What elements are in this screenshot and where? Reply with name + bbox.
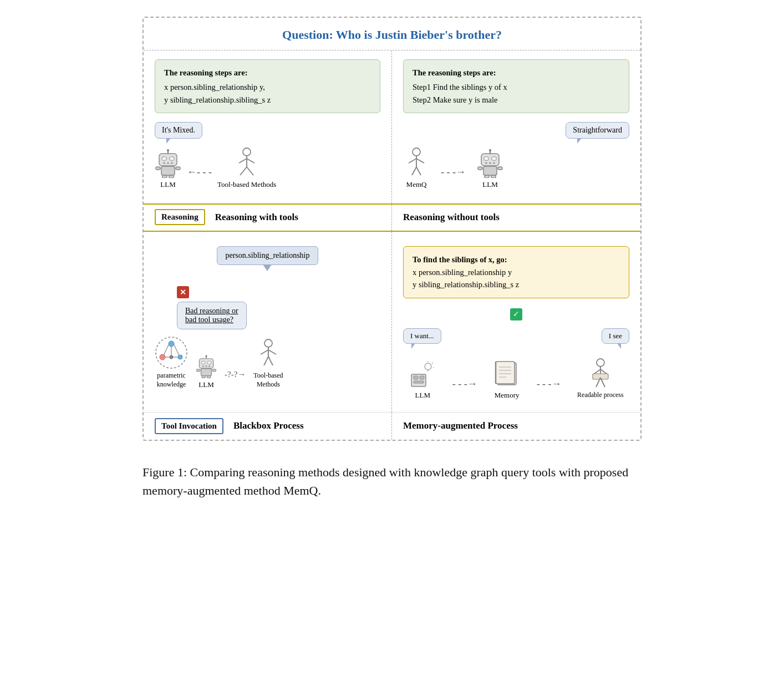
check-badge-wrapper: ✓ [403, 308, 629, 320]
top-grid: The reasoning steps are: x person.siblin… [144, 50, 640, 203]
arrow-memory-reader: ‐ ‐ ‐→ [537, 378, 562, 400]
memory-box-steps: x person.sibling_relationship yy sibling… [413, 268, 519, 289]
question-header: Question: Who is Justin Bieber's brother… [144, 18, 640, 50]
svg-point-31 [489, 162, 491, 164]
svg-line-22 [416, 159, 424, 163]
svg-point-40 [160, 354, 165, 360]
bottom-label-right: Memory-augmented Process [392, 413, 640, 440]
svg-point-54 [206, 365, 207, 367]
svg-point-39 [169, 341, 174, 347]
svg-point-53 [202, 365, 203, 367]
robot-icon-left [155, 149, 181, 178]
bottom-grid: person.sibling_relationship ✕ Bad reason… [144, 231, 640, 411]
svg-rect-59 [202, 375, 205, 378]
llm-cube-icon [409, 361, 436, 389]
svg-rect-12 [169, 175, 174, 178]
param-label: parametricknowledge [155, 372, 188, 389]
robot-icon-right [477, 149, 503, 178]
top-left-icon-row: LLM ←‐ ‐ ‐ [155, 147, 380, 189]
x-badge: ✕ [177, 286, 189, 298]
svg-line-18 [247, 167, 253, 175]
svg-line-21 [409, 159, 416, 163]
main-diagram: Question: Who is Justin Bieber's brother… [142, 17, 642, 441]
svg-rect-57 [197, 369, 200, 371]
top-right-llm: LLM [477, 149, 503, 189]
svg-rect-3 [162, 157, 166, 160]
svg-line-70 [432, 363, 433, 364]
blackbox-title: Blackbox Process [233, 420, 304, 431]
memory-augmented-title: Memory-augmented Process [403, 420, 518, 431]
top-right-reasoning-steps: Step1 Find the siblings y of xStep2 Make… [413, 83, 507, 104]
top-left-reasoning-steps: x person.sibling_relationship y,y siblin… [164, 83, 271, 104]
br-memory: Memory [493, 358, 521, 400]
robot-icon-bl [196, 355, 217, 378]
svg-line-15 [239, 159, 247, 163]
svg-rect-29 [492, 157, 496, 160]
svg-rect-4 [170, 157, 174, 160]
svg-rect-58 [212, 369, 216, 371]
svg-line-64 [268, 350, 276, 354]
top-right-reasoning-label: The reasoning steps are: [413, 67, 620, 79]
see-bubble: I see [602, 328, 629, 344]
bottom-left-icons: parametricknowledge [155, 336, 283, 389]
svg-rect-34 [478, 167, 482, 170]
reasoning-badge: Reasoning [155, 209, 205, 225]
question-text: Question: Who is Justin Bieber's brother… [282, 28, 502, 42]
svg-point-13 [243, 148, 251, 156]
svg-rect-9 [156, 167, 160, 170]
svg-point-42 [170, 355, 173, 359]
memory-book-icon [493, 358, 521, 389]
svg-line-17 [240, 167, 247, 175]
bottom-right-icons: LLM ‐ ‐ ‐→ [403, 358, 629, 400]
bottom-left-panel: person.sibling_relationship ✕ Bad reason… [144, 232, 392, 411]
br-speech-row: I want... I see [403, 328, 629, 344]
svg-point-61 [264, 339, 272, 347]
br-llm: LLM [409, 361, 436, 400]
bottom-right-content: To find the siblings of x, go: x person.… [403, 241, 629, 404]
top-right-memq: MemQ [403, 147, 430, 189]
bottom-left-tool: Tool-basedMethods [253, 339, 283, 389]
svg-line-23 [412, 167, 416, 175]
svg-rect-56 [201, 369, 212, 376]
svg-rect-11 [162, 175, 167, 178]
arrow-llm-toolbased: ‐?‐?→ [225, 370, 246, 389]
svg-line-66 [268, 357, 273, 365]
svg-point-41 [178, 355, 182, 359]
arrow-llm-memory: ‐ ‐ ‐→ [452, 378, 477, 400]
tool-based-label: Tool-basedMethods [253, 372, 283, 389]
svg-line-24 [416, 167, 421, 175]
page-wrapper: Question: Who is Justin Bieber's brother… [142, 17, 642, 500]
svg-rect-10 [176, 167, 180, 170]
svg-point-55 [208, 365, 210, 367]
parametric-knowledge: parametricknowledge [155, 336, 188, 389]
svg-rect-37 [491, 175, 496, 178]
svg-point-49 [205, 355, 207, 357]
top-right-speech-area: Straightforward [403, 122, 629, 143]
svg-point-7 [171, 162, 173, 164]
svg-point-83 [597, 359, 604, 367]
reader-icon [587, 358, 614, 389]
svg-rect-60 [207, 375, 211, 378]
svg-line-63 [261, 350, 268, 354]
top-right-reasoning-box: The reasoning steps are: Step1 Find the … [403, 59, 629, 113]
top-left-icon-area: It's Mixed. [155, 122, 380, 189]
arrow-llm-tool: ←‐ ‐ ‐ [187, 166, 212, 189]
br-reader: Readable process [577, 358, 624, 400]
svg-point-30 [485, 162, 487, 164]
bottom-right-panel: To find the siblings of x, go: x person.… [392, 232, 640, 411]
svg-line-44 [164, 345, 169, 355]
reasoning-with-tools-title: Reasoning with tools [215, 212, 298, 223]
top-right-speech-bubble: Straightforward [566, 122, 629, 139]
svg-line-16 [247, 159, 254, 163]
svg-rect-33 [483, 166, 497, 175]
svg-rect-75 [414, 381, 424, 383]
top-right-icon-row: MemQ ‐ ‐ ‐→ [403, 147, 629, 189]
top-left-llm: LLM [155, 149, 181, 189]
bad-reasoning-bubble: Bad reasoning orbad tool usage? [177, 302, 247, 329]
network-icon [155, 336, 188, 369]
top-left-tool: Tool-based Methods [217, 147, 276, 189]
svg-point-26 [489, 149, 491, 151]
top-right-panel: The reasoning steps are: Step1 Find the … [392, 50, 640, 203]
top-label-right: Reasoning without tools [392, 205, 640, 231]
reasoning-without-tools-title: Reasoning without tools [403, 212, 500, 223]
